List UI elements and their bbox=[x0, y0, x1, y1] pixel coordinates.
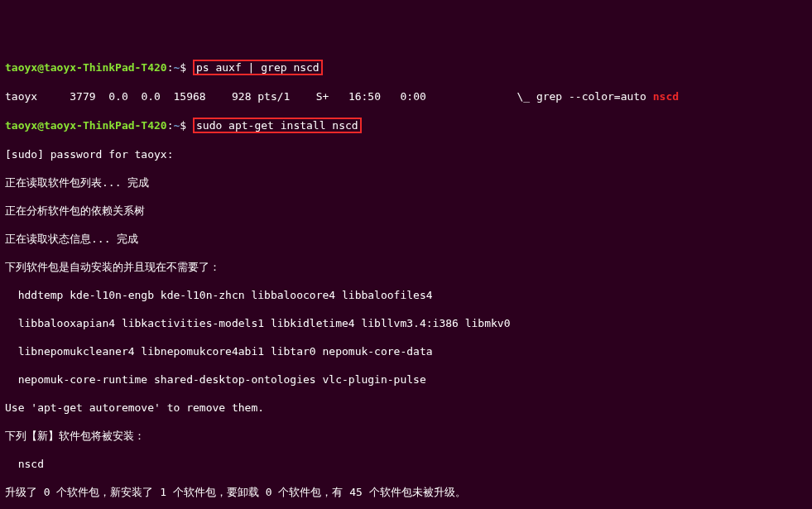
terminal-line: 升级了 0 个软件包，新安装了 1 个软件包，要卸载 0 个软件包，有 45 个… bbox=[5, 485, 807, 499]
terminal-line: 正在读取软件包列表... 完成 bbox=[5, 175, 807, 190]
terminal-line: nscd bbox=[5, 457, 807, 471]
terminal-line: 正在读取状态信息... 完成 bbox=[5, 232, 807, 246]
command-highlight: ps auxf | grep nscd bbox=[193, 60, 323, 75]
ps-output-row: taoyx 3779 0.0 0.0 15968 928 pts/1 S+ 16… bbox=[5, 89, 807, 103]
grep-match: nscd bbox=[653, 90, 679, 103]
prompt-user: taoyx@taoyx-ThinkPad-T420 bbox=[5, 119, 167, 132]
terminal-line: 下列【新】软件包将被安装： bbox=[5, 429, 807, 443]
prompt-user: taoyx@taoyx-ThinkPad-T420 bbox=[5, 61, 167, 74]
terminal-line: nepomuk-core-runtime shared-desktop-onto… bbox=[5, 372, 807, 387]
terminal-line: taoyx@taoyx-ThinkPad-T420:~$ ps auxf | g… bbox=[5, 60, 807, 75]
terminal-line: 下列软件包是自动安装的并且现在不需要了： bbox=[5, 260, 807, 274]
terminal-line: Use 'apt-get autoremove' to remove them. bbox=[5, 401, 807, 415]
terminal-line: taoyx@taoyx-ThinkPad-T420:~$ sudo apt-ge… bbox=[5, 118, 807, 133]
terminal-line: libnepomukcleaner4 libnepomukcore4abi1 l… bbox=[5, 344, 807, 358]
terminal-line: libbalooxapian4 libkactivities-models1 l… bbox=[5, 316, 807, 330]
command-highlight: sudo apt-get install nscd bbox=[193, 118, 362, 133]
terminal-line: [sudo] password for taoyx: bbox=[5, 147, 807, 161]
terminal-line: hddtemp kde-l10n-engb kde-l10n-zhcn libb… bbox=[5, 288, 807, 302]
terminal-line: 正在分析软件包的依赖关系树 bbox=[5, 204, 807, 218]
